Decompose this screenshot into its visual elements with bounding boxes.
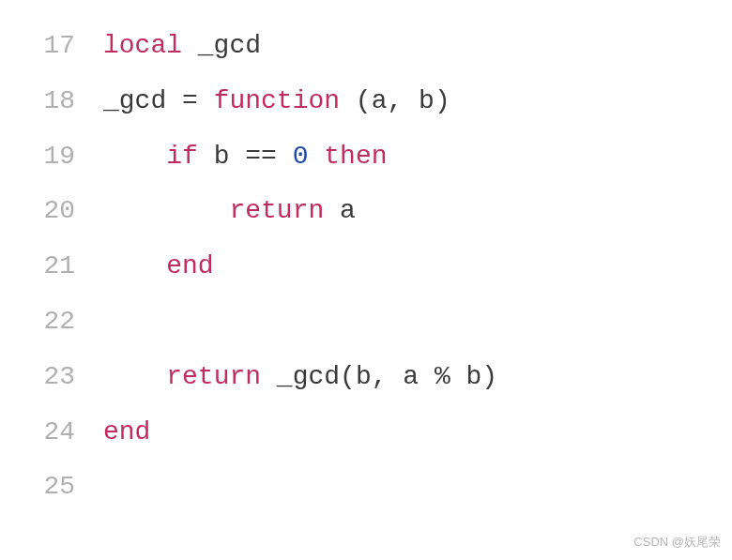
code-line: 24end bbox=[0, 405, 732, 461]
code-token: then bbox=[308, 142, 387, 171]
line-number: 19 bbox=[0, 129, 103, 185]
code-token: , bbox=[387, 86, 419, 115]
code-token: _gcd bbox=[103, 86, 182, 115]
code-token: local bbox=[103, 31, 182, 60]
line-number: 18 bbox=[0, 74, 103, 129]
code-content: end bbox=[103, 405, 732, 461]
code-line: 25 bbox=[0, 460, 732, 515]
code-token: % bbox=[435, 362, 466, 391]
code-token: return bbox=[229, 196, 324, 225]
code-token: _gcd bbox=[261, 362, 340, 391]
code-token: a bbox=[403, 362, 435, 391]
code-line: 19 if b == 0 then bbox=[0, 129, 732, 185]
line-number: 25 bbox=[0, 460, 103, 515]
code-token: b bbox=[356, 362, 372, 391]
code-content: end bbox=[103, 239, 732, 295]
line-number: 21 bbox=[0, 239, 103, 295]
code-token: _gcd bbox=[182, 31, 261, 60]
code-token: b bbox=[466, 362, 482, 391]
code-token: , bbox=[372, 362, 404, 391]
line-number: 17 bbox=[0, 19, 103, 74]
code-block: 17local _gcd18_gcd = function (a, b)19 i… bbox=[0, 19, 732, 515]
code-token: b bbox=[198, 142, 245, 171]
code-content: local _gcd bbox=[103, 19, 732, 74]
code-content: return a bbox=[103, 184, 732, 239]
line-number: 22 bbox=[0, 295, 103, 350]
code-token: ( bbox=[340, 362, 356, 391]
code-token: a bbox=[324, 196, 356, 225]
code-content: _gcd = function (a, b) bbox=[103, 74, 732, 129]
code-token: ) bbox=[435, 86, 450, 115]
code-line: 17local _gcd bbox=[0, 19, 732, 74]
line-number: 24 bbox=[0, 405, 103, 461]
code-content: return _gcd(b, a % b) bbox=[103, 350, 732, 405]
code-content: if b == 0 then bbox=[103, 129, 732, 185]
code-token: ) bbox=[481, 362, 497, 391]
code-token: b bbox=[419, 86, 435, 115]
code-token: end bbox=[103, 417, 150, 446]
code-token: a bbox=[372, 86, 388, 115]
code-token: if bbox=[166, 142, 198, 171]
code-line: 20 return a bbox=[0, 184, 732, 239]
code-token: end bbox=[166, 251, 213, 280]
code-line: 22 bbox=[0, 295, 732, 350]
watermark-text: CSDN @妖尾荣 bbox=[633, 529, 721, 554]
code-token: 0 bbox=[293, 142, 309, 171]
code-line: 23 return _gcd(b, a % b) bbox=[0, 350, 732, 405]
code-token: return bbox=[166, 362, 261, 391]
line-number: 23 bbox=[0, 350, 103, 405]
code-token: ( bbox=[340, 86, 372, 115]
code-token: == bbox=[245, 142, 292, 171]
line-number: 20 bbox=[0, 184, 103, 239]
code-line: 21 end bbox=[0, 239, 732, 295]
code-token: = bbox=[182, 86, 214, 115]
code-token: function bbox=[214, 86, 340, 115]
code-line: 18_gcd = function (a, b) bbox=[0, 74, 732, 129]
